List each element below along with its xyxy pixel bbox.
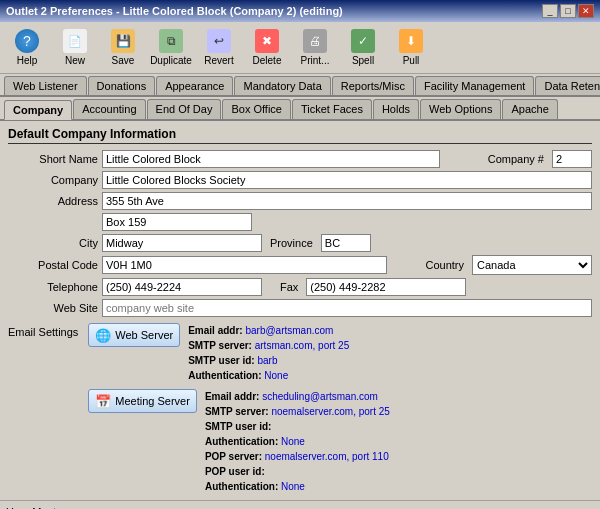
spell-button[interactable]: ✓ Spell	[340, 26, 386, 70]
tabs-row1: Web Listener Donations Appearance Mandat…	[0, 74, 600, 97]
delete-button[interactable]: ✖ Delete	[244, 26, 290, 70]
ws-smtp-user: SMTP user id: barb	[188, 353, 349, 368]
company-num-label: Company #	[488, 153, 544, 165]
short-name-label: Short Name	[8, 153, 98, 165]
country-select[interactable]: Canada United States	[472, 255, 592, 275]
window-controls: _ □ ✕	[542, 4, 594, 18]
tab-mandatory-data[interactable]: Mandatory Data	[234, 76, 330, 95]
website-input[interactable]	[102, 299, 592, 317]
address-label: Address	[8, 195, 98, 207]
company-num-input[interactable]	[552, 150, 592, 168]
country-label: Country	[425, 259, 464, 271]
address-line2-input[interactable]	[102, 213, 252, 231]
form-area: Short Name Company # Company Address Cit…	[8, 150, 592, 317]
calendar-icon: 📅	[95, 394, 111, 409]
postal-code-input[interactable]	[102, 256, 387, 274]
email-buttons-area: 🌐 Web Server Email addr: barb@artsman.co…	[88, 323, 390, 494]
email-settings-label: Email Settings	[8, 326, 78, 338]
help-button[interactable]: ? Help	[4, 26, 50, 70]
tab-ticket-faces[interactable]: Ticket Faces	[292, 99, 372, 119]
web-server-row: 🌐 Web Server Email addr: barb@artsman.co…	[88, 323, 390, 383]
ws-auth: Authentication: None	[188, 368, 349, 383]
save-icon: 💾	[111, 29, 135, 53]
ws-email-addr: Email addr: barb@artsman.com	[188, 323, 349, 338]
new-icon: 📄	[63, 29, 87, 53]
web-server-info: Email addr: barb@artsman.com SMTP server…	[188, 323, 349, 383]
toolbar: ? Help 📄 New 💾 Save ⧉ Duplicate ↩ Revert…	[0, 22, 600, 74]
delete-icon: ✖	[255, 29, 279, 53]
telephone-row: Fax	[102, 278, 592, 296]
meeting-server-button[interactable]: 📅 Meeting Server	[88, 389, 197, 413]
pull-button[interactable]: ⬇ Pull	[388, 26, 434, 70]
city-row: Province	[102, 234, 592, 252]
maximize-button[interactable]: □	[560, 4, 576, 18]
new-button[interactable]: 📄 New	[52, 26, 98, 70]
status-text: User Master	[6, 506, 66, 510]
print-icon: 🖨	[303, 29, 327, 53]
city-label: City	[8, 237, 98, 249]
tab-facility-mgmt[interactable]: Facility Management	[415, 76, 535, 95]
tab-apache[interactable]: Apache	[502, 99, 557, 119]
window-title: Outlet 2 Preferences - Little Colored Bl…	[6, 5, 343, 17]
spell-icon: ✓	[351, 29, 375, 53]
meeting-server-info: Email addr: scheduling@artsman.com SMTP …	[205, 389, 390, 494]
tab-data-retention[interactable]: Data Retention	[535, 76, 600, 95]
ms-smtp-user: SMTP user id:	[205, 419, 390, 434]
ms-pop-user: POP user id:	[205, 464, 390, 479]
tab-company[interactable]: Company	[4, 100, 72, 120]
minimize-button[interactable]: _	[542, 4, 558, 18]
company-label: Company	[8, 174, 98, 186]
ms-pop-server: POP server: noemalserver.com, port 110	[205, 449, 390, 464]
main-content: Default Company Information Short Name C…	[0, 121, 600, 500]
ms-smtp-server: SMTP server: noemalserver.com, port 25	[205, 404, 390, 419]
pull-icon: ⬇	[399, 29, 423, 53]
ms-pop-auth: Authentication: None	[205, 479, 390, 494]
duplicate-icon: ⧉	[159, 29, 183, 53]
email-settings-area: Email Settings 🌐 Web Server Email addr: …	[8, 323, 592, 494]
duplicate-button[interactable]: ⧉ Duplicate	[148, 26, 194, 70]
short-name-row: Company #	[102, 150, 592, 168]
tabs-row2: Company Accounting End Of Day Box Office…	[0, 97, 600, 121]
telephone-input[interactable]	[102, 278, 262, 296]
fax-label: Fax	[280, 281, 298, 293]
save-button[interactable]: 💾 Save	[100, 26, 146, 70]
postal-code-label: Postal Code	[8, 259, 98, 271]
section-title: Default Company Information	[8, 127, 592, 144]
province-input[interactable]	[321, 234, 371, 252]
status-bar: User Master	[0, 500, 600, 509]
tab-accounting[interactable]: Accounting	[73, 99, 145, 119]
globe-icon: 🌐	[95, 328, 111, 343]
ws-smtp-server: SMTP server: artsman.com, port 25	[188, 338, 349, 353]
tab-end-of-day[interactable]: End Of Day	[147, 99, 222, 119]
print-button[interactable]: 🖨 Print...	[292, 26, 338, 70]
ms-email-addr: Email addr: scheduling@artsman.com	[205, 389, 390, 404]
tab-donations[interactable]: Donations	[88, 76, 156, 95]
revert-button[interactable]: ↩ Revert	[196, 26, 242, 70]
postal-row: Country Canada United States	[102, 255, 592, 275]
tab-appearance[interactable]: Appearance	[156, 76, 233, 95]
address-line1-input[interactable]	[102, 192, 592, 210]
tab-box-office[interactable]: Box Office	[222, 99, 291, 119]
tab-reports-misc[interactable]: Reports/Misc	[332, 76, 414, 95]
ms-auth: Authentication: None	[205, 434, 390, 449]
web-server-button[interactable]: 🌐 Web Server	[88, 323, 180, 347]
revert-icon: ↩	[207, 29, 231, 53]
close-button[interactable]: ✕	[578, 4, 594, 18]
website-label: Web Site	[8, 302, 98, 314]
tab-holds[interactable]: Holds	[373, 99, 419, 119]
meeting-server-row: 📅 Meeting Server Email addr: scheduling@…	[88, 389, 390, 494]
telephone-label: Telephone	[8, 281, 98, 293]
help-icon: ?	[15, 29, 39, 53]
province-label: Province	[270, 237, 313, 249]
city-input[interactable]	[102, 234, 262, 252]
tab-web-listener[interactable]: Web Listener	[4, 76, 87, 95]
tab-web-options[interactable]: Web Options	[420, 99, 501, 119]
title-bar: Outlet 2 Preferences - Little Colored Bl…	[0, 0, 600, 22]
company-input[interactable]	[102, 171, 592, 189]
fax-input[interactable]	[306, 278, 466, 296]
short-name-input[interactable]	[102, 150, 440, 168]
